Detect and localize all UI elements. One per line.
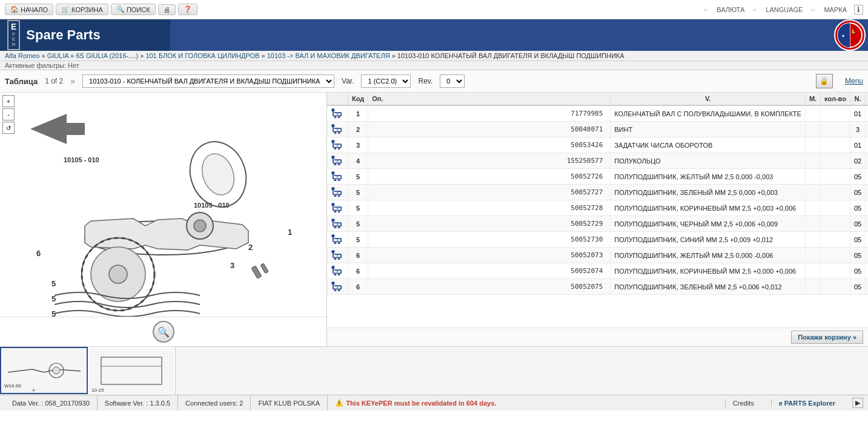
cart-cell: + (327, 216, 348, 232)
breadcrumb-101[interactable]: 101 БЛОК И ГОЛОВКА ЦИЛИНДРОВ (145, 52, 259, 59)
part-v (805, 216, 820, 232)
svg-text:+: + (336, 269, 339, 273)
table-row: + 6 50052075 ПОЛУПОДШИПНИК, ЗЕЛЕНЫЙ ММ 2… (327, 279, 868, 295)
part-qty: 05 (850, 216, 865, 232)
svg-point-112 (338, 274, 340, 275)
help-button[interactable]: ❓ (178, 4, 197, 15)
part-code: 50052075 (368, 279, 611, 295)
svg-text:+: + (336, 143, 339, 147)
club-label: FIAT KLUB POLSKA (258, 400, 320, 407)
connected-users: Connected users: 2 (178, 395, 251, 410)
breadcrumb-giulia[interactable]: GIULIA (47, 52, 68, 59)
part-desc: ПОЛУПОДШИПНИК, ЧЕРНЫЙ ММ 2,5 +0,006 +0,0… (611, 216, 806, 232)
help-icon: ❓ (184, 5, 192, 13)
zoom-out-button[interactable]: - (2, 108, 15, 120)
scrollbar-right-icon[interactable]: ▶ (852, 398, 863, 408)
add-to-cart-button[interactable]: + (331, 265, 344, 276)
add-to-cart-button[interactable]: + (331, 171, 344, 182)
zoom-in-button[interactable]: + (2, 95, 15, 107)
svg-text:4: 4 (32, 387, 35, 393)
col-v-header: V. (611, 93, 806, 105)
part-desc: ПОЛУПОДШИПНИК, ЗЕЛЕНЫЙ ММ 2,5 +0,006 +0,… (611, 279, 806, 295)
part-number: 5 (348, 185, 368, 200)
thumb-svg-2: 10-15 (89, 348, 174, 393)
breadcrumb-10103[interactable]: 10103 -> ВАЛ И МАХОВИК ДВИГАТЕЛЯ (267, 52, 390, 59)
language-button[interactable]: LANGUAGE (766, 6, 803, 13)
part-n (866, 200, 868, 216)
part-v (805, 263, 820, 279)
cart-button[interactable]: 🛒 КОРЗИНА (56, 4, 108, 15)
part-qty: 05 (850, 185, 865, 200)
svg-text:+: + (336, 222, 339, 226)
table-row: + 6 50052074 ПОЛУПОДШИПНИК, КОРИЧНЕВЫЙ М… (327, 263, 868, 279)
cart-cell: + (327, 153, 348, 169)
add-to-cart-button[interactable]: + (331, 281, 344, 292)
svg-text:W16-90: W16-90 (4, 383, 22, 389)
var-select[interactable]: 1 (CC2.0) (361, 74, 411, 88)
part-m (821, 248, 850, 263)
print-button[interactable]: 🖨 (158, 4, 176, 15)
var-label: Var. (342, 77, 354, 85)
part-n (866, 185, 868, 200)
part-select[interactable]: 10103-010 - КОЛЕНЧАТЫЙ ВАЛ ДВИГАТЕЛЯ И В… (82, 74, 334, 88)
add-to-cart-button[interactable]: + (331, 108, 344, 119)
warning-icon: ⚠️ (335, 399, 343, 407)
nav-buttons: 🏠 НАЧАЛО 🛒 КОРЗИНА 🔍 ПОИСК 🖨 ❓ (5, 4, 703, 15)
part-number: 3 (348, 137, 368, 153)
svg-point-120 (338, 289, 340, 291)
breadcrumb-alfa[interactable]: Alfa Romeo (5, 52, 39, 59)
home-button[interactable]: 🏠 НАЧАЛО (5, 4, 53, 15)
table-row: + 1 71779985 КОЛЕНЧАТЫЙ ВАЛ С ПОЛУВКЛАДЫ… (327, 105, 868, 122)
search-button[interactable]: 🔍 ПОИСК (111, 4, 156, 15)
part-m (821, 105, 850, 122)
rev-select[interactable]: 0 (440, 74, 465, 88)
part-v (805, 153, 820, 169)
part-number: 2 (348, 122, 368, 137)
menu-link[interactable]: Menu (845, 77, 863, 85)
part-v (805, 279, 820, 295)
alfa-romeo-logo: ✦ 🐍 (834, 19, 866, 51)
cart-cell: + (327, 185, 348, 200)
table-row: + 5 50052726 ПОЛУПОДШИПНИК, ЖЕЛТЫЙ ММ 2,… (327, 169, 868, 185)
col-m-header: М. (805, 93, 820, 105)
breadcrumb-6s[interactable]: 6S GIULIA (2016-....) (76, 52, 138, 59)
part-number: 5 (348, 169, 368, 185)
part-qty: 3 (850, 122, 865, 137)
part-n (866, 232, 868, 248)
part-qty: 05 (850, 232, 865, 248)
warning-text: This KEYePER must be revalidated in 604 … (346, 400, 496, 407)
add-to-cart-button[interactable]: + (331, 123, 344, 134)
svg-point-40 (338, 132, 340, 134)
home-icon: 🏠 (10, 5, 19, 13)
part-code: 155250577 (368, 153, 611, 169)
add-to-cart-button[interactable]: + (331, 155, 344, 166)
reset-zoom-button[interactable]: ↺ (2, 122, 15, 134)
diagram-search-button[interactable]: 🔍 (153, 321, 174, 343)
svg-point-32 (338, 116, 340, 118)
svg-text:5: 5 (51, 279, 56, 288)
cart-icon: + (331, 124, 343, 134)
part-m (821, 279, 850, 295)
add-to-cart-button[interactable]: + (331, 234, 344, 245)
thumbnail-2[interactable]: 10-15 (88, 347, 176, 394)
part-m (821, 169, 850, 185)
add-to-cart-button[interactable]: + (331, 202, 344, 213)
add-to-cart-button[interactable]: + (331, 139, 344, 150)
cart-cell: + (327, 232, 348, 248)
search-label: ПОИСК (127, 6, 150, 13)
currency-button[interactable]: ВАЛЮТА (717, 6, 744, 13)
add-to-cart-button[interactable]: + (331, 249, 344, 260)
part-code: 50048071 (368, 122, 611, 137)
show-cart-button[interactable]: Покажи корзину » (791, 331, 863, 344)
parts-panel: Код Оп. V. М. кол-во N. Ч. цвет R. (327, 93, 868, 346)
add-to-cart-button[interactable]: + (331, 186, 344, 197)
part-desc: ВИНТ (611, 122, 806, 137)
brand-button[interactable]: МАРКА (824, 6, 847, 13)
thumbnail-1[interactable]: W16-90 4 (0, 347, 88, 394)
lock-button[interactable]: 🔒 (816, 74, 833, 88)
part-m (821, 232, 850, 248)
table-row: + 5 50052729 ПОЛУПОДШИПНИК, ЧЕРНЫЙ ММ 2,… (327, 216, 868, 232)
add-to-cart-button[interactable]: + (331, 218, 344, 229)
thumbnails: W16-90 4 10-15 (0, 346, 868, 395)
info-button[interactable]: ℹ (854, 5, 863, 15)
